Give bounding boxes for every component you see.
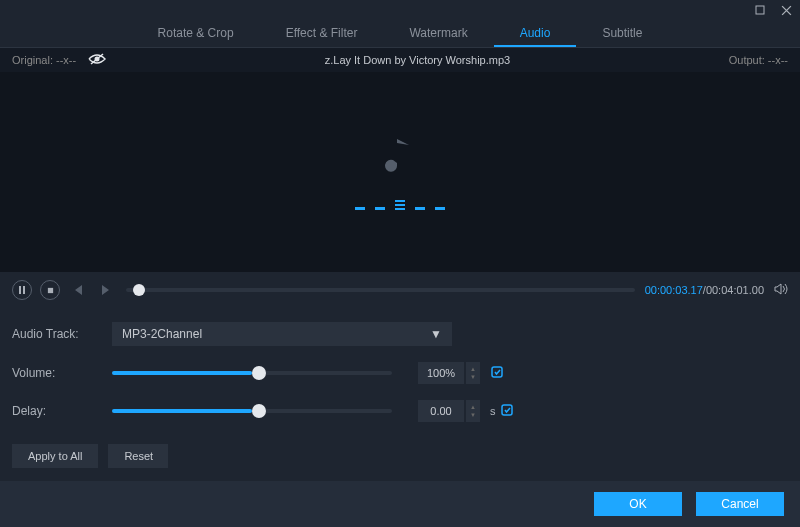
volume-slider[interactable] xyxy=(112,371,392,375)
svg-rect-0 xyxy=(756,6,764,14)
volume-reset-icon[interactable] xyxy=(490,365,504,382)
close-button[interactable] xyxy=(780,4,792,16)
player-bar: 00:00:03.17/00:04:01.00 xyxy=(0,272,800,308)
chevron-down-icon: ▼ xyxy=(430,327,442,341)
info-bar: Original: --x-- z.Lay It Down by Victory… xyxy=(0,48,800,72)
next-button[interactable] xyxy=(96,280,116,300)
delay-value[interactable]: 0.00 xyxy=(418,400,464,422)
audio-track-value: MP3-2Channel xyxy=(122,327,202,341)
delay-reset-icon[interactable] xyxy=(500,403,514,420)
delay-unit: s xyxy=(490,405,496,417)
reset-button[interactable]: Reset xyxy=(108,444,168,468)
original-size-label: Original: --x-- xyxy=(12,54,76,66)
music-note-icon xyxy=(385,135,415,178)
cancel-button[interactable]: Cancel xyxy=(696,492,784,516)
tab-bar: Rotate & Crop Effect & Filter Watermark … xyxy=(0,20,800,48)
tab-subtitle[interactable]: Subtitle xyxy=(576,20,668,47)
maximize-button[interactable] xyxy=(754,4,766,16)
tab-audio[interactable]: Audio xyxy=(494,20,577,47)
audio-track-dropdown[interactable]: MP3-2Channel ▼ xyxy=(112,322,452,346)
apply-to-all-button[interactable]: Apply to All xyxy=(12,444,98,468)
time-total: /00:04:01.00 xyxy=(703,284,764,296)
svg-rect-4 xyxy=(23,286,25,294)
svg-rect-7 xyxy=(502,405,512,415)
audio-track-label: Audio Track: xyxy=(12,327,112,341)
svg-rect-3 xyxy=(19,286,21,294)
progress-slider[interactable] xyxy=(126,288,635,292)
filename-label: z.Lay It Down by Victory Worship.mp3 xyxy=(106,54,729,66)
delay-slider[interactable] xyxy=(112,409,392,413)
volume-label: Volume: xyxy=(12,366,112,380)
volume-value[interactable]: 100% xyxy=(418,362,464,384)
volume-icon[interactable] xyxy=(774,283,788,298)
ok-button[interactable]: OK xyxy=(594,492,682,516)
tab-effect-filter[interactable]: Effect & Filter xyxy=(260,20,384,47)
delay-spinner[interactable]: ▲▼ xyxy=(466,400,480,422)
svg-rect-5 xyxy=(47,287,52,292)
timecode: 00:00:03.17/00:04:01.00 xyxy=(645,284,764,296)
delay-label: Delay: xyxy=(12,404,112,418)
output-size-label: Output: --x-- xyxy=(729,54,788,66)
tab-watermark[interactable]: Watermark xyxy=(383,20,493,47)
volume-spinner[interactable]: ▲▼ xyxy=(466,362,480,384)
tab-rotate-crop[interactable]: Rotate & Crop xyxy=(132,20,260,47)
preview-area xyxy=(0,72,800,272)
time-current: 00:00:03.17 xyxy=(645,284,703,296)
svg-rect-6 xyxy=(492,367,502,377)
pause-button[interactable] xyxy=(12,280,32,300)
stop-button[interactable] xyxy=(40,280,60,300)
prev-button[interactable] xyxy=(68,280,88,300)
footer: OK Cancel xyxy=(0,481,800,527)
preview-toggle-icon[interactable] xyxy=(88,53,106,67)
equalizer-icon xyxy=(355,196,445,210)
